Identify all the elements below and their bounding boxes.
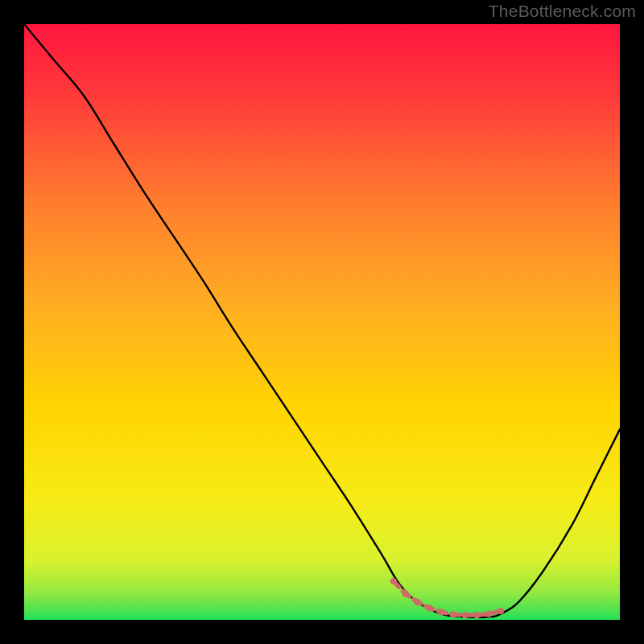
- sweet-spot-marker: [497, 608, 504, 614]
- sweet-spot-marker: [426, 605, 432, 611]
- sweet-spot-marker: [450, 611, 456, 617]
- sweet-spot-marker: [461, 612, 468, 618]
- sweet-spot-marker: [402, 590, 408, 597]
- gradient-background: [24, 24, 620, 620]
- sweet-spot-marker: [485, 610, 492, 617]
- chart-frame: TheBottleneck.com: [0, 0, 644, 644]
- sweet-spot-marker: [473, 612, 480, 618]
- bottleneck-chart: [24, 24, 620, 620]
- sweet-spot-marker: [438, 609, 444, 615]
- watermark-label: TheBottleneck.com: [489, 2, 636, 21]
- sweet-spot-marker: [414, 599, 420, 605]
- sweet-spot-marker: [390, 578, 397, 584]
